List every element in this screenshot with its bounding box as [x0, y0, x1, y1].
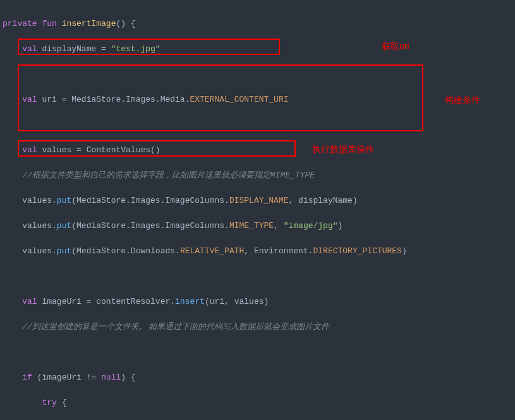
kw-fun: fun: [42, 19, 56, 28]
fn-insertImage: insertImage: [62, 19, 116, 28]
annotation-values: 构建条件: [445, 93, 480, 106]
annotation-insert: 执行数据库操作: [312, 143, 374, 155]
cmt-folder: //到这里创建的算是一个文件夹, 如果通过下面的代码写入数据后就会变成图片文件: [22, 322, 329, 332]
annotation-uri: 获取uri: [382, 40, 409, 52]
cmt-mime: //根据文件类型和自己的需求选择字段，比如图片这里就必须要指定MIME_TYPE: [22, 171, 315, 180]
kw-private: private: [3, 19, 37, 28]
code-block: private fun insertImage() { val displayN…: [3, 5, 512, 420]
